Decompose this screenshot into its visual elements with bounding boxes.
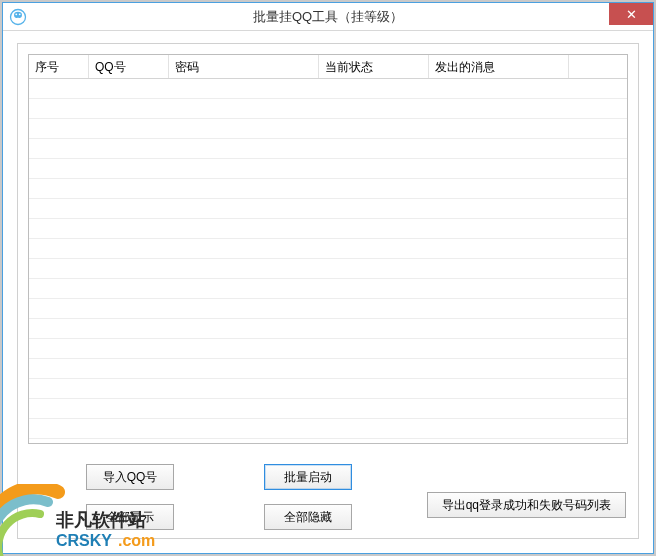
table-row[interactable] xyxy=(29,419,627,439)
table-row[interactable] xyxy=(29,259,627,279)
table-body xyxy=(29,79,627,443)
table-row[interactable] xyxy=(29,99,627,119)
import-qq-button[interactable]: 导入QQ号 xyxy=(86,464,174,490)
table-row[interactable] xyxy=(29,179,627,199)
batch-start-button[interactable]: 批量启动 xyxy=(264,464,352,490)
svg-point-1 xyxy=(14,12,22,19)
button-label: 全部隐藏 xyxy=(284,509,332,526)
col-tail xyxy=(569,55,627,78)
table-row[interactable] xyxy=(29,239,627,259)
client-area: 序号 QQ号 密码 当前状态 发出的消息 xyxy=(17,43,639,539)
button-label: 批量启动 xyxy=(284,469,332,486)
table-row[interactable] xyxy=(29,199,627,219)
button-label: 导出qq登录成功和失败号码列表 xyxy=(442,497,611,514)
col-pwd[interactable]: 密码 xyxy=(169,55,319,78)
accounts-table[interactable]: 序号 QQ号 密码 当前状态 发出的消息 xyxy=(28,54,628,444)
show-all-button[interactable]: 全部显示 xyxy=(86,504,174,530)
hide-all-button[interactable]: 全部隐藏 xyxy=(264,504,352,530)
table-row[interactable] xyxy=(29,79,627,99)
table-row[interactable] xyxy=(29,399,627,419)
table-row[interactable] xyxy=(29,359,627,379)
app-icon xyxy=(9,8,27,26)
svg-point-4 xyxy=(19,13,21,15)
button-label: 导入QQ号 xyxy=(103,469,158,486)
col-seq[interactable]: 序号 xyxy=(29,55,89,78)
button-label: 全部显示 xyxy=(106,509,154,526)
titlebar: 批量挂QQ工具（挂等级） ✕ xyxy=(3,3,653,31)
close-button[interactable]: ✕ xyxy=(609,3,653,25)
export-list-button[interactable]: 导出qq登录成功和失败号码列表 xyxy=(427,492,626,518)
table-header: 序号 QQ号 密码 当前状态 发出的消息 xyxy=(29,55,627,79)
col-status[interactable]: 当前状态 xyxy=(319,55,429,78)
table-row[interactable] xyxy=(29,339,627,359)
close-icon: ✕ xyxy=(626,7,637,22)
svg-point-3 xyxy=(15,13,17,15)
col-qq[interactable]: QQ号 xyxy=(89,55,169,78)
table-row[interactable] xyxy=(29,159,627,179)
table-row[interactable] xyxy=(29,139,627,159)
svg-point-2 xyxy=(15,18,21,22)
table-row[interactable] xyxy=(29,379,627,399)
table-row[interactable] xyxy=(29,319,627,339)
window-title: 批量挂QQ工具（挂等级） xyxy=(253,8,403,26)
table-row[interactable] xyxy=(29,219,627,239)
col-msg[interactable]: 发出的消息 xyxy=(429,55,569,78)
table-row[interactable] xyxy=(29,299,627,319)
table-row[interactable] xyxy=(29,119,627,139)
app-window: 批量挂QQ工具（挂等级） ✕ 序号 QQ号 密码 当前状态 发出的消息 xyxy=(2,2,654,554)
table-row[interactable] xyxy=(29,279,627,299)
